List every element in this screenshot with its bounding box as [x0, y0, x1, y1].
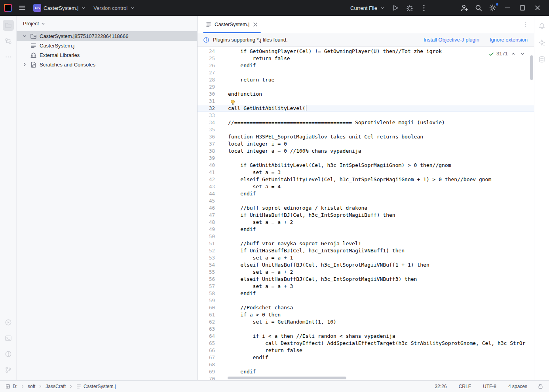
line-number[interactable]: 47	[198, 212, 215, 219]
tree-item-scratches[interactable]: Scratches and Consoles	[17, 60, 197, 69]
code-line[interactable]: 51 //buff vtor navyka soprot Geroja leve…	[198, 240, 534, 247]
breadcrumb-drive[interactable]: D:	[4, 383, 19, 390]
code-line[interactable]: 49 endif	[198, 226, 534, 233]
line-number[interactable]: 30	[198, 91, 215, 98]
intention-bulb-icon[interactable]	[231, 100, 235, 104]
breadcrumb-jasscraft[interactable]: JassCraft	[44, 383, 67, 390]
version-control-widget[interactable]: Version control	[90, 2, 139, 14]
line-number[interactable]: 58	[198, 290, 215, 297]
chevron-down-icon[interactable]	[21, 33, 28, 39]
code-line[interactable]: 64 if i < a then //Esli randon < shans v…	[198, 333, 534, 340]
code-line[interactable]: 32 call GetUnitAbilityLevel(	[198, 105, 534, 112]
line-number[interactable]: 56	[198, 276, 215, 283]
code-editor[interactable]: 24 if GetOwningPlayer(Cel) != GetOwningP…	[198, 47, 534, 380]
chevron-right-icon[interactable]	[21, 61, 28, 68]
minimize-button[interactable]	[500, 2, 515, 14]
line-number[interactable]: 39	[198, 155, 215, 162]
tree-item-castersystem-file[interactable]: CasterSystem.j	[17, 41, 197, 50]
line-number[interactable]: 25	[198, 55, 215, 62]
line-number[interactable]: 44	[198, 190, 215, 197]
code-line[interactable]: 24 if GetOwningPlayer(Cel) != GetOwningP…	[198, 48, 534, 55]
code-line[interactable]: 30 endfunction	[198, 91, 534, 98]
code-line[interactable]: 67 endif	[198, 354, 534, 361]
line-number[interactable]: 28	[198, 76, 215, 83]
toolwindow-git-button[interactable]	[3, 364, 14, 375]
line-number[interactable]: 27	[198, 69, 215, 76]
toolwindow-problems-button[interactable]	[3, 348, 14, 360]
line-number[interactable]: 51	[198, 240, 215, 247]
code-line[interactable]: 56 elseif UnitHasBuffBJ(Cel, h3c_IntSopr…	[198, 276, 534, 283]
line-separator-widget[interactable]: CRLF	[457, 383, 473, 390]
line-number[interactable]: 45	[198, 197, 215, 205]
line-number[interactable]: 63	[198, 326, 215, 333]
line-number[interactable]: 61	[198, 311, 215, 318]
line-number[interactable]: 43	[198, 183, 215, 190]
code-line[interactable]: 50	[198, 233, 534, 240]
code-line[interactable]: 27	[198, 69, 534, 76]
code-line[interactable]: 41 set a = 3	[198, 169, 534, 176]
line-number[interactable]: 62	[198, 318, 215, 326]
project-widget[interactable]: CS CasterSystem.j	[30, 2, 89, 14]
settings-button[interactable]	[486, 2, 500, 14]
code-line[interactable]: 35	[198, 126, 534, 133]
encoding-widget[interactable]: UTF-8	[481, 383, 498, 390]
line-number[interactable]: 57	[198, 283, 215, 290]
ignore-extension-link[interactable]: Ignore extension	[490, 37, 528, 43]
line-number[interactable]: 24	[198, 48, 215, 55]
tree-item-project-root[interactable]: CasterSystem.j8575107222864118666	[17, 31, 197, 41]
line-number[interactable]: 34	[198, 119, 215, 126]
line-number[interactable]: 65	[198, 340, 215, 347]
code-with-me-button[interactable]	[457, 2, 471, 14]
database-button[interactable]	[536, 54, 547, 65]
breadcrumb-soft[interactable]: soft	[27, 383, 36, 390]
notifications-button[interactable]	[536, 21, 547, 32]
code-line[interactable]: 34 //===================================…	[198, 119, 534, 126]
close-button[interactable]	[530, 2, 545, 14]
code-line[interactable]: 28 return true	[198, 76, 534, 83]
code-line[interactable]: 69 endif	[198, 368, 534, 375]
toolwindow-project-button[interactable]	[3, 20, 14, 31]
code-line[interactable]: 54 elseif UnitHasBuffBJ(Cel, h3c_IntSopr…	[198, 261, 534, 269]
readonly-lock-icon[interactable]	[538, 383, 543, 389]
run-configuration-selector[interactable]: Current File	[347, 2, 388, 14]
code-line[interactable]: 46 //buff soprot edinoroga / kristal dra…	[198, 205, 534, 212]
caret-position-widget[interactable]: 32:26	[433, 383, 448, 390]
ai-assistant-button[interactable]	[536, 37, 547, 48]
install-plugin-link[interactable]: Install Objective-J plugin	[424, 37, 479, 43]
line-number[interactable]: 55	[198, 269, 215, 276]
next-problem-button[interactable]	[519, 50, 526, 57]
tree-item-external-libraries[interactable]: External Libraries	[17, 50, 197, 60]
line-number[interactable]: 26	[198, 62, 215, 69]
inspections-widget[interactable]: 3171	[487, 49, 528, 58]
line-number[interactable]: 29	[198, 83, 215, 91]
code-line[interactable]: 63	[198, 326, 534, 333]
code-line[interactable]: 25 return false	[198, 55, 534, 62]
line-number[interactable]: 64	[198, 333, 215, 340]
code-line[interactable]: 45	[198, 197, 534, 205]
code-line[interactable]: 29	[198, 83, 534, 91]
line-number[interactable]: 46	[198, 205, 215, 212]
code-line[interactable]: 36 function H3SPEL_SoprotMagiaUslov take…	[198, 133, 534, 140]
line-number[interactable]: 33	[198, 112, 215, 119]
line-number[interactable]: 68	[198, 361, 215, 368]
code-line[interactable]: 58 endif	[198, 290, 534, 297]
code-line[interactable]: 47 if UnitHasBuffBJ(Cel, h3c_IntSoprotMa…	[198, 212, 534, 219]
vertical-scrollbar[interactable]	[530, 55, 533, 80]
line-number[interactable]: 69	[198, 368, 215, 375]
more-actions-button[interactable]	[417, 2, 431, 14]
code-line[interactable]: 43 set a = 4	[198, 183, 534, 190]
line-number[interactable]: 48	[198, 219, 215, 226]
indent-widget[interactable]: 4 spaces	[507, 383, 529, 390]
code-line[interactable]: 53 set a = a + 1	[198, 254, 534, 261]
project-panel-header[interactable]: Project	[17, 16, 197, 30]
main-menu-button[interactable]	[15, 2, 29, 14]
line-number[interactable]: 54	[198, 261, 215, 269]
code-line[interactable]: 33	[198, 112, 534, 119]
tab-close-icon[interactable]	[252, 21, 258, 28]
line-number[interactable]: 49	[198, 226, 215, 233]
line-number[interactable]: 50	[198, 233, 215, 240]
tab-options-button[interactable]	[521, 19, 531, 30]
toolwindow-run-button[interactable]	[3, 317, 14, 328]
run-button[interactable]	[388, 2, 403, 14]
line-number[interactable]: 53	[198, 254, 215, 261]
